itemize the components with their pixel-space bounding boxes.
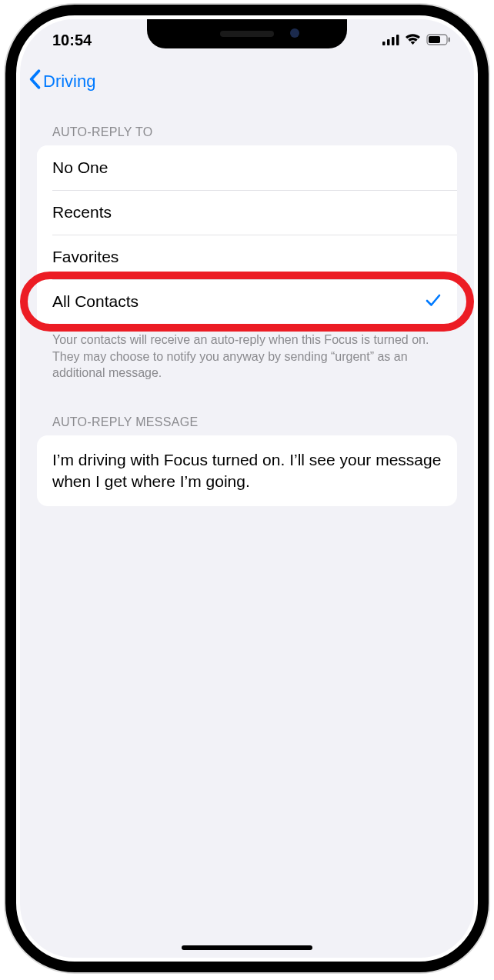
back-button-label: Driving xyxy=(43,72,95,92)
option-label: Favorites xyxy=(52,248,118,266)
section-header-auto-reply-to: AUTO-REPLY TO xyxy=(37,125,457,145)
svg-rect-3 xyxy=(396,35,399,45)
auto-reply-message-text: I’m driving with Focus turned on. I’ll s… xyxy=(52,451,441,490)
svg-rect-1 xyxy=(387,39,390,45)
auto-reply-option[interactable]: Recents xyxy=(37,190,457,235)
section-header-auto-reply-message: AUTO-REPLY MESSAGE xyxy=(37,415,457,435)
front-camera xyxy=(290,28,299,38)
svg-rect-5 xyxy=(429,36,440,43)
spacer xyxy=(37,382,457,415)
iphone-device-frame: 10:54 xyxy=(5,5,489,972)
option-label: Recents xyxy=(52,203,112,222)
auto-reply-to-list: No OneRecentsFavoritesAll Contacts xyxy=(37,145,457,324)
battery-icon xyxy=(426,32,451,49)
auto-reply-option[interactable]: All Contacts xyxy=(37,279,457,324)
cellular-signal-icon xyxy=(382,32,399,49)
svg-rect-0 xyxy=(382,42,386,45)
home-indicator[interactable] xyxy=(182,945,312,950)
auto-reply-option[interactable]: Favorites xyxy=(37,235,457,279)
wifi-icon xyxy=(405,32,421,49)
svg-rect-6 xyxy=(449,37,451,42)
auto-reply-message-field[interactable]: I’m driving with Focus turned on. I’ll s… xyxy=(37,435,457,507)
option-label: All Contacts xyxy=(52,292,139,311)
navigation-bar: Driving xyxy=(20,61,474,102)
chevron-left-icon xyxy=(28,69,42,94)
content-area: AUTO-REPLY TO No OneRecentsFavoritesAll … xyxy=(20,102,474,506)
svg-rect-2 xyxy=(392,37,395,45)
section-footer-auto-reply-to: Your contacts will receive an auto-reply… xyxy=(37,324,457,382)
back-button[interactable]: Driving xyxy=(28,69,95,94)
option-label: No One xyxy=(52,158,108,177)
speaker-grill xyxy=(220,31,274,37)
auto-reply-option[interactable]: No One xyxy=(37,145,457,190)
screen: 10:54 xyxy=(20,19,474,958)
notch xyxy=(147,19,347,48)
status-time: 10:54 xyxy=(52,32,92,49)
checkmark-icon xyxy=(425,292,442,312)
